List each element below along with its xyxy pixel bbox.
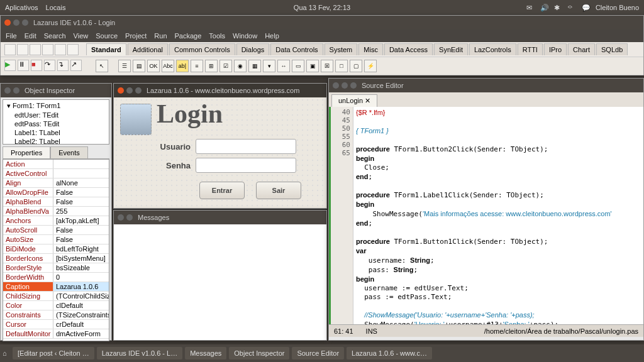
minimize-icon[interactable] [126, 87, 133, 94]
prop-row[interactable]: AutoSizeFalse [3, 235, 109, 244]
save-button[interactable] [30, 44, 41, 55]
tframe[interactable]: ▢ [350, 60, 362, 72]
menu-project[interactable]: Project [125, 32, 147, 40]
menu-file[interactable]: File [6, 32, 17, 40]
toggle-form-button[interactable] [67, 44, 79, 55]
tcombobox[interactable]: ▾ [263, 60, 275, 72]
close-icon[interactable] [333, 82, 339, 89]
ttogglebox[interactable]: ⊞ [205, 60, 218, 72]
tactionlist[interactable]: ⚡ [364, 60, 377, 72]
menu-run[interactable]: Run [154, 32, 167, 40]
tab-rtti[interactable]: RTTI [518, 43, 543, 55]
label-senha[interactable]: Senha [153, 161, 191, 170]
tlistbox[interactable]: ▦ [248, 60, 261, 72]
tlabel[interactable]: Abc [162, 60, 174, 72]
prop-row[interactable]: ActiveControl [3, 169, 109, 178]
menu-window[interactable]: Window [233, 32, 257, 40]
wifi-icon[interactable]: ⌔ [568, 4, 575, 11]
open-button[interactable] [17, 44, 28, 55]
tab-additional[interactable]: Additional [128, 43, 168, 55]
tab-misc[interactable]: Misc [358, 43, 383, 55]
places-menu[interactable]: Locais [46, 4, 66, 11]
step-into-button[interactable]: ↴ [57, 60, 69, 71]
cursor-tool[interactable]: ↖ [96, 60, 108, 72]
tab-sqldb[interactable]: SQLdb [596, 43, 628, 55]
task-messages[interactable]: Messages [185, 347, 226, 359]
menu-help[interactable]: Help [265, 32, 279, 40]
sair-button[interactable]: Sair [256, 182, 301, 199]
close-icon[interactable] [118, 214, 124, 221]
maximize-icon[interactable] [350, 82, 357, 89]
close-icon[interactable] [4, 87, 11, 94]
new-unit-button[interactable] [4, 44, 16, 55]
task-browser[interactable]: [Editar post ‹ Cleiton … [13, 347, 94, 359]
apps-menu[interactable]: Aplicativos [5, 4, 38, 11]
step-over-button[interactable]: ↷ [44, 60, 55, 71]
bluetooth-icon[interactable]: ✱ [554, 4, 562, 11]
close-icon[interactable] [4, 19, 11, 26]
prop-row[interactable]: Anchors[akTop,akLeft] [3, 216, 109, 226]
tab-ipro[interactable]: IPro [544, 43, 567, 55]
prop-row[interactable]: CaptionLazarua 1.0.6 [3, 282, 109, 292]
avatar-image[interactable] [120, 104, 152, 135]
mail-icon[interactable]: ✉ [526, 4, 534, 11]
prop-row[interactable]: BorderStylebsSizeable [3, 263, 109, 273]
messages-body[interactable] [114, 224, 326, 340]
src-tab-unlogin[interactable]: unLogin ✕ [331, 94, 377, 107]
tbutton[interactable]: OK [147, 60, 160, 72]
task-login[interactable]: Lazarua 1.0.6 - www.c… [347, 347, 432, 359]
tscrollbar[interactable]: ↔ [277, 60, 290, 72]
prop-row[interactable]: Constraints(TSizeConstraints) [3, 310, 109, 320]
tgroupbox[interactable]: ▭ [292, 60, 304, 72]
volume-icon[interactable]: 🔊 [540, 4, 548, 11]
form-canvas[interactable]: Login Usuario Senha Entrar Sair [114, 97, 326, 208]
tree-label1[interactable]: Label1: TLabel [4, 128, 108, 137]
maximize-icon[interactable] [135, 87, 142, 94]
code-editor[interactable]: {$R *.lfm} { TForm1 } procedure TForm1.B… [353, 107, 643, 324]
tab-properties[interactable]: Properties [3, 146, 50, 158]
login-heading[interactable]: Login [157, 99, 223, 129]
tradiogroup[interactable]: ▣ [306, 60, 319, 72]
user-menu[interactable]: Cleiton Bueno [596, 4, 639, 11]
tedit[interactable]: ab| [176, 60, 189, 72]
menu-search[interactable]: Search [44, 32, 66, 40]
minimize-icon[interactable] [13, 87, 19, 94]
tpopupmenu[interactable]: ▤ [133, 60, 145, 72]
prop-row[interactable]: BiDiModebdLeftToRight [3, 244, 109, 254]
edtuser-field[interactable] [196, 139, 296, 154]
prop-row[interactable]: CursorcrDefault [3, 320, 109, 329]
tab-dataaccess[interactable]: Data Access [384, 43, 433, 55]
prop-row[interactable]: ChildSizing(TControlChildSizing) [3, 292, 109, 301]
tmainmenu[interactable]: ☰ [118, 60, 131, 72]
tree-edtuser[interactable]: edtUser: TEdit [4, 111, 108, 119]
tcheckbox[interactable]: ☑ [219, 60, 232, 72]
tree-form1[interactable]: ▾ Form1: TForm1 [4, 101, 108, 111]
prop-row[interactable]: ColorclDefault [3, 301, 109, 310]
minimize-icon[interactable] [341, 82, 348, 89]
task-oi[interactable]: Object Inspector [229, 347, 289, 359]
run-button[interactable]: ▶ [4, 60, 16, 71]
tab-synedit[interactable]: SynEdit [434, 43, 468, 55]
prop-row[interactable]: DefaultMonitordmActiveForm [3, 329, 109, 339]
tab-dialogs[interactable]: Dialogs [236, 43, 270, 55]
tradiobutton[interactable]: ◉ [234, 60, 247, 72]
tab-common[interactable]: Common Controls [169, 43, 235, 55]
prop-row[interactable]: AlignalNone [3, 178, 109, 188]
prop-row[interactable]: BorderIcons[biSystemMenu] [3, 254, 109, 263]
saveall-button[interactable] [42, 44, 53, 55]
home-icon[interactable]: ⌂ [3, 349, 10, 357]
task-lazarus[interactable]: Lazarus IDE v1.0.6 - L… [97, 347, 182, 359]
tab-events[interactable]: Events [50, 146, 88, 158]
minimize-icon[interactable] [13, 19, 19, 26]
edtpass-field[interactable] [196, 158, 296, 173]
tab-chart[interactable]: Chart [568, 43, 595, 55]
prop-row[interactable]: AlphaBlendVa255 [3, 207, 109, 216]
component-tree[interactable]: ▾ Form1: TForm1 edtUser: TEdit edtPass: … [3, 99, 109, 145]
maximize-icon[interactable] [22, 19, 28, 26]
new-form-button[interactable] [55, 44, 66, 55]
step-out-button[interactable]: ↗ [70, 60, 82, 71]
prop-row[interactable]: AlphaBlendFalse [3, 197, 109, 207]
prop-row[interactable]: AllowDropFileFalse [3, 188, 109, 197]
menu-package[interactable]: Package [175, 32, 202, 40]
tpanel[interactable]: □ [335, 60, 348, 72]
